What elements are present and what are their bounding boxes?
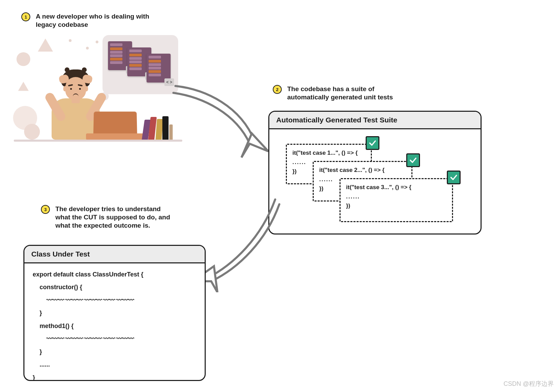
step-text-1: A new developer who is dealing with lega…: [36, 12, 153, 29]
arrow-2-icon: [193, 193, 289, 292]
watermark: CSDN @程序边界: [504, 380, 554, 388]
test-case-head: it("test case 1...", () => {: [292, 148, 365, 157]
test-suite-panel: Automatically Generated Test Suite it("t…: [268, 111, 482, 235]
checkmark-icon: [406, 153, 420, 167]
decor-circle: [24, 124, 40, 140]
code-line: constructor() {: [33, 284, 82, 291]
desk-line: [14, 140, 182, 142]
code-line: }: [33, 309, 42, 316]
step-2: 2 The codebase has a suite of automatica…: [273, 85, 404, 101]
code-line: ......: [33, 361, 50, 368]
code-card: < >: [147, 54, 171, 83]
step-3: 3 The developer tries to understand what…: [41, 205, 172, 229]
test-case-box: it("test case 3...", () => { ...... }): [340, 178, 453, 222]
test-case-head: it("test case 3...", () => {: [346, 183, 446, 192]
squiggle-line: 〰〰〰 〰〰〰 〰〰〰 〰〰 〰〰〰: [46, 294, 134, 307]
decor-dot: [96, 41, 98, 43]
step-text-2: The codebase has a suite of automaticall…: [287, 85, 404, 101]
code-line: }: [33, 348, 42, 355]
test-case-end: }): [346, 201, 446, 210]
checkmark-icon: [447, 171, 461, 184]
decor-circle: [17, 52, 30, 66]
test-case-mid: ......: [346, 192, 446, 201]
test-case-head: it("test case 2...", () => {: [319, 165, 406, 175]
developer-illustration: < > < > < >: [17, 37, 179, 147]
step-badge-2: 2: [273, 85, 282, 94]
tests-area: it("test case 1...", () => { ...... }) i…: [278, 135, 472, 232]
code-line: }: [33, 374, 35, 381]
class-under-test-panel: Class Under Test export default class Cl…: [23, 245, 206, 381]
test-suite-title: Automatically Generated Test Suite: [269, 112, 481, 129]
step-badge-3: 3: [41, 205, 50, 214]
code-line: method1() {: [33, 323, 74, 329]
decor-triangle: [38, 39, 53, 52]
step-1: 1 A new developer who is dealing with le…: [21, 12, 153, 29]
class-panel-title: Class Under Test: [24, 246, 205, 263]
code-line: export default class ClassUnderTest {: [33, 271, 143, 278]
arrow-1-icon: [165, 79, 275, 168]
decor-triangle: [18, 82, 29, 91]
squiggle-line: 〰〰〰 〰〰〰 〰〰〰 〰〰 〰〰〰: [46, 333, 134, 345]
laptop-icon: [86, 111, 144, 142]
decor-dot: [86, 47, 89, 50]
decor-dot: [69, 39, 72, 42]
step-text-3: The developer tries to understand what t…: [55, 205, 172, 229]
class-code-body: export default class ClassUnderTest { co…: [24, 263, 205, 381]
checkmark-icon: [366, 136, 379, 150]
step-badge-1: 1: [21, 12, 30, 21]
